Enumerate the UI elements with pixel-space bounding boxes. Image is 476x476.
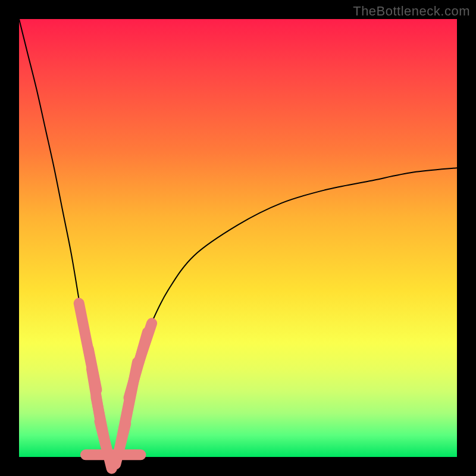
chart-frame: TheBottleneck.com [0,0,476,476]
curve-layer [19,19,457,457]
watermark-text: TheBottleneck.com [353,4,470,19]
marker-pill [132,317,159,369]
bottleneck-curve [19,19,457,456]
marker-group [73,297,158,475]
plot-area [19,19,457,457]
